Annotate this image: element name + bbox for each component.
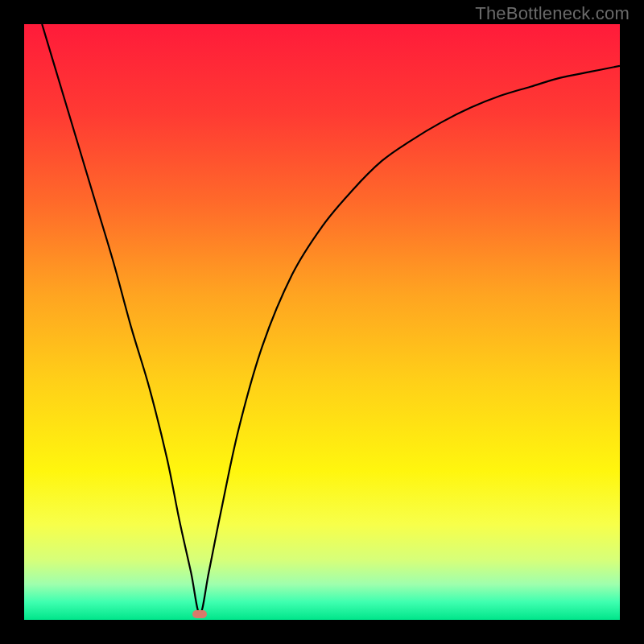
plot-area (24, 24, 620, 620)
chart-frame: TheBottleneck.com (0, 0, 644, 644)
optimal-marker (192, 610, 207, 618)
background-gradient (24, 24, 620, 620)
attribution-text: TheBottleneck.com (475, 3, 630, 24)
svg-rect-0 (24, 24, 620, 620)
